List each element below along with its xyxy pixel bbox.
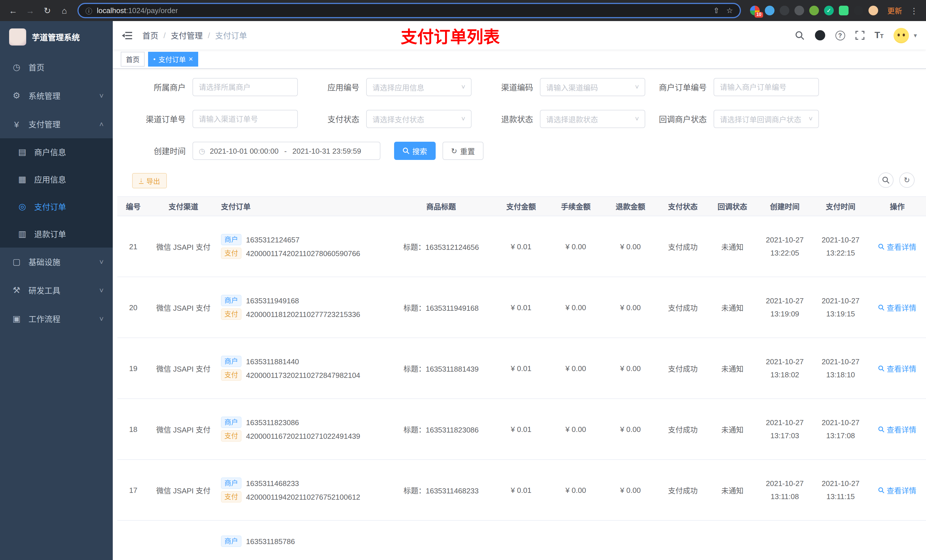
app-no-select[interactable]: 请选择应用信息 ˅ [366, 78, 472, 96]
table-header-row: 编号 支付渠道 支付订单 商品标题 支付金额 手续金额 退款金额 支付状态 回调… [117, 197, 926, 216]
sidebar-item-pay-order[interactable]: ◎ 支付订单 [0, 193, 113, 220]
close-icon[interactable]: × [189, 55, 193, 63]
dark-extension-icon[interactable] [780, 6, 789, 15]
github-icon[interactable] [815, 30, 825, 41]
filter-refund-status-label: 退款状态 [472, 113, 540, 125]
share-icon[interactable]: ⇧ [713, 6, 720, 15]
cell-id: 18 [117, 398, 149, 460]
profile-extension-icon[interactable] [869, 6, 878, 15]
tab-pay-order[interactable]: ● 支付订单 × [148, 51, 198, 66]
address-bar[interactable]: ⓘ localhost:1024/pay/order ⇧ ☆ [77, 3, 741, 18]
dark-extension-icon-2[interactable] [794, 6, 804, 15]
forward-icon[interactable]: → [23, 3, 38, 18]
filter-notify-status: 回调商户状态 请选择订单回调商户状态 ˅ [645, 110, 819, 128]
export-button[interactable]: ↓ 导出 [132, 173, 167, 188]
pay-tag: 支付 [221, 430, 242, 442]
breadcrumb-payment[interactable]: 支付管理 [171, 30, 203, 41]
reset-button[interactable]: ↻ 重置 [442, 142, 484, 160]
refresh-table-button[interactable]: ↻ [899, 172, 915, 188]
cell-status: 支付成功 [658, 460, 708, 521]
pin-extension-icon[interactable] [854, 6, 863, 15]
hamburger-icon[interactable] [122, 30, 133, 41]
chevron-down-icon: ˅ [99, 258, 104, 266]
chevron-up-icon: ˄ [99, 120, 104, 128]
refund-status-select[interactable]: 请选择退款状态 ˅ [540, 110, 645, 128]
search-toggle-button[interactable] [878, 172, 894, 188]
refresh-icon: ↻ [451, 146, 457, 155]
download-icon: ↓ [139, 177, 144, 184]
cell-id: 19 [117, 338, 149, 398]
sidebar-item-home[interactable]: ◷ 首页 [0, 53, 113, 82]
channel-order-no-input[interactable] [192, 110, 298, 128]
merchant-tag: 商户 [221, 477, 242, 489]
cell-status: 支付成功 [658, 398, 708, 460]
page-content: 所属商户 应用编号 请选择应用信息 ˅ 渠道编码 请输入渠道编码 [113, 69, 926, 560]
sidebar-item-infra[interactable]: ▢ 基础设施 ˅ [0, 248, 113, 276]
filter-refund-status: 退款状态 请选择退款状态 ˅ [472, 110, 645, 128]
view-detail-link[interactable]: 查看详情 [878, 424, 916, 435]
cell-refund: ¥ 0.00 [603, 338, 658, 398]
home-icon[interactable]: ⌂ [57, 3, 72, 18]
merchant-order-no-input[interactable] [714, 78, 819, 96]
sidebar-item-system[interactable]: ⚙ 系统管理 ˅ [0, 82, 113, 110]
merchant-input[interactable] [192, 78, 298, 96]
green-extension-icon[interactable] [809, 6, 819, 15]
colorful-extension-icon[interactable]: 10 [750, 6, 760, 15]
filter-channel-code-label: 渠道编码 [472, 82, 540, 93]
cell-action: 查看详情 [869, 398, 926, 460]
briefcase-icon: ▣ [11, 314, 22, 324]
back-icon[interactable]: ← [6, 3, 21, 18]
user-avatar[interactable] [894, 27, 909, 43]
cell-amount: ¥ 0.01 [494, 398, 548, 460]
sidebar-item-merchant-info[interactable]: ▤ 商户信息 [0, 138, 113, 166]
pay-tag: 支付 [221, 308, 242, 320]
channel-code-select[interactable]: 请输入渠道编码 ˅ [540, 78, 645, 96]
help-icon[interactable]: ? [835, 30, 845, 40]
tab-home[interactable]: 首页 [121, 51, 145, 66]
clock-icon: ◷ [199, 146, 205, 155]
cell-fee: ¥ 0.00 [548, 398, 603, 460]
check-extension-icon[interactable]: ✓ [824, 6, 834, 15]
filter-row-3: 创建时间 ◷ 2021-10-01 00:00:00 - 2021-10-31 … [124, 142, 926, 160]
cell-action: 查看详情 [869, 216, 926, 277]
cell-channel: 微信 JSAPI 支付 [149, 216, 218, 277]
sidebar-item-devtools[interactable]: ⚒ 研发工具 ˅ [0, 276, 113, 305]
drop-extension-icon[interactable] [765, 6, 775, 15]
sidebar-item-refund-order[interactable]: ▥ 退款订单 [0, 220, 113, 248]
date-end: 2021-10-31 23:59:59 [292, 146, 361, 155]
create-time-range[interactable]: ◷ 2021-10-01 00:00:00 - 2021-10-31 23:59… [192, 142, 380, 160]
gear-icon: ⚙ [11, 91, 22, 101]
header-refund: 退款金额 [603, 197, 658, 216]
filter-row-1: 所属商户 应用编号 请选择应用信息 ˅ 渠道编码 请输入渠道编码 [124, 78, 926, 96]
site-info-icon[interactable]: ⓘ [85, 6, 92, 15]
view-detail-link[interactable]: 查看详情 [878, 302, 916, 313]
cell-channel: 微信 JSAPI 支付 [149, 277, 218, 338]
cell-pay-order: 商户1635311823086 支付4200001167202110271022… [218, 398, 388, 460]
breadcrumb: 首页 / 支付管理 / 支付订单 [142, 30, 247, 41]
browser-menu-icon[interactable]: ⋮ [908, 6, 920, 15]
pay-order-no: 4200001181202110277723215336 [246, 310, 360, 318]
pay-status-select[interactable]: 请选择支付状态 ˅ [366, 110, 472, 128]
caret-down-icon[interactable]: ▾ [914, 32, 917, 39]
bookmark-star-icon[interactable]: ☆ [726, 6, 733, 15]
fullscreen-icon[interactable] [855, 31, 864, 40]
sidebar-item-workflow[interactable]: ▣ 工作流程 ˅ [0, 305, 113, 333]
breadcrumb-home[interactable]: 首页 [142, 30, 158, 41]
table-row: 17 微信 JSAPI 支付 商户1635311468233 支付4200001… [117, 460, 926, 521]
search-button[interactable]: 搜索 [394, 142, 436, 160]
logo-avatar [9, 29, 26, 45]
view-detail-link[interactable]: 查看详情 [878, 485, 916, 495]
search-icon[interactable] [795, 30, 804, 40]
chevron-down-icon: ˅ [99, 286, 104, 294]
pay-order-no: 4200001173202110272847982104 [246, 371, 360, 379]
font-size-icon[interactable]: TT [875, 31, 884, 39]
sidebar-item-app-info[interactable]: ▦ 应用信息 [0, 166, 113, 193]
view-detail-link[interactable]: 查看详情 [878, 363, 916, 374]
notify-status-select[interactable]: 请选择订单回调商户状态 ˅ [714, 110, 819, 128]
sidebar-item-payment[interactable]: ¥ 支付管理 ˄ [0, 110, 113, 138]
chat-extension-icon[interactable] [839, 6, 849, 15]
browser-update-button[interactable]: 更新 [884, 5, 905, 16]
dashboard-icon: ◷ [11, 62, 22, 72]
reload-icon[interactable]: ↻ [40, 3, 54, 18]
view-detail-link[interactable]: 查看详情 [878, 241, 916, 252]
